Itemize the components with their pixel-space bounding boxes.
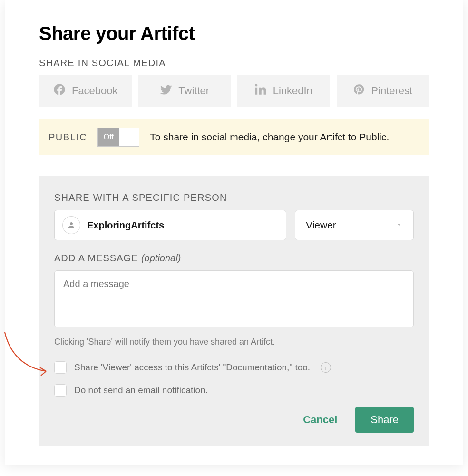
cancel-button[interactable]: Cancel <box>298 408 342 432</box>
person-row: ExploringArtifcts Viewer <box>54 210 414 240</box>
public-toggle[interactable]: Off <box>98 128 139 147</box>
share-button[interactable]: Share <box>355 407 414 433</box>
no-email-checkbox[interactable] <box>54 384 67 397</box>
message-textarea[interactable] <box>54 270 414 327</box>
linkedin-button[interactable]: LinkedIn <box>237 75 330 107</box>
role-selected-label: Viewer <box>306 219 336 231</box>
toggle-state-label: Off <box>98 128 119 146</box>
pinterest-button[interactable]: Pinterest <box>337 75 429 107</box>
facebook-icon <box>53 83 66 99</box>
share-documentation-checkbox[interactable] <box>54 361 67 374</box>
chevron-down-icon <box>395 219 403 231</box>
social-buttons-row: Facebook Twitter LinkedIn Pinterest <box>39 75 429 107</box>
role-select[interactable]: Viewer <box>295 210 414 240</box>
person-name: ExploringArtifcts <box>87 220 164 231</box>
twitter-button[interactable]: Twitter <box>138 75 231 107</box>
pinterest-label: Pinterest <box>371 85 412 97</box>
pinterest-icon <box>353 83 365 99</box>
notify-hint: Clicking 'Share' will notify them you ha… <box>54 337 414 347</box>
share-modal: Share your Artifct SHARE IN SOCIAL MEDIA… <box>5 0 463 465</box>
modal-title: Share your Artifct <box>39 23 429 44</box>
public-notice-bar: PUBLIC Off To share in social media, cha… <box>39 119 429 155</box>
no-email-row: Do not send an email notification. <box>54 384 414 397</box>
facebook-label: Facebook <box>72 85 118 97</box>
public-label: PUBLIC <box>49 132 87 143</box>
social-section-label: SHARE IN SOCIAL MEDIA <box>39 58 429 69</box>
person-icon <box>62 216 80 234</box>
facebook-button[interactable]: Facebook <box>39 75 132 107</box>
linkedin-label: LinkedIn <box>273 85 312 97</box>
twitter-icon <box>159 83 173 99</box>
public-hint-text: To share in social media, change your Ar… <box>150 131 389 143</box>
message-label: ADD A MESSAGE (optional) <box>54 253 414 264</box>
twitter-label: Twitter <box>178 85 209 97</box>
share-documentation-label: Share 'Viewer' access to this Artifcts' … <box>74 362 310 373</box>
share-person-panel: SHARE WITH A SPECIFIC PERSON ExploringAr… <box>39 176 429 446</box>
linkedin-icon <box>255 83 267 99</box>
person-input[interactable]: ExploringArtifcts <box>54 210 286 240</box>
info-icon[interactable]: i <box>321 362 331 373</box>
no-email-label: Do not send an email notification. <box>74 385 208 396</box>
share-person-label: SHARE WITH A SPECIFIC PERSON <box>54 192 414 203</box>
share-documentation-row: Share 'Viewer' access to this Artifcts' … <box>54 361 414 374</box>
action-row: Cancel Share <box>54 407 414 433</box>
